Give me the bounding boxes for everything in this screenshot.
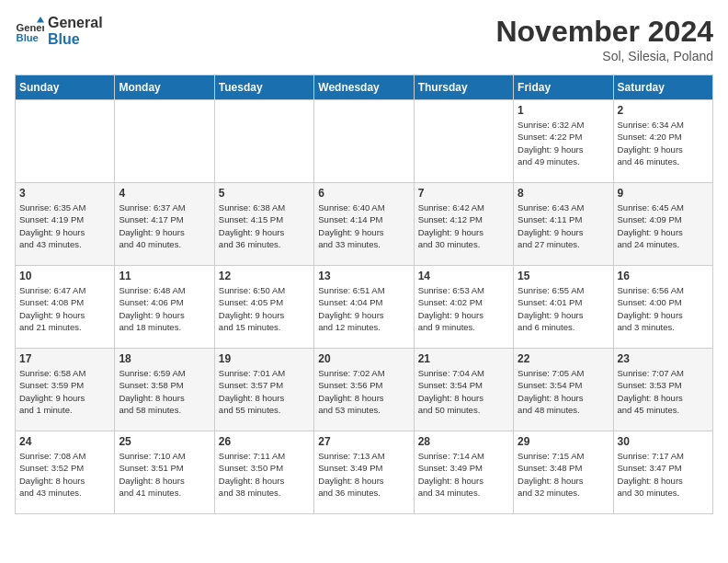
calendar-cell: 21Sunrise: 7:04 AM Sunset: 3:54 PM Dayli…: [414, 349, 513, 431]
day-number: 14: [418, 270, 509, 282]
day-number: 9: [618, 187, 709, 200]
day-info: Sunrise: 6:32 AM Sunset: 4:22 PM Dayligh…: [518, 119, 609, 167]
day-info: Sunrise: 6:43 AM Sunset: 4:11 PM Dayligh…: [518, 201, 609, 250]
title-block: November 2024 Sol, Silesia, Poland: [495, 15, 713, 63]
day-number: 24: [19, 435, 110, 448]
day-number: 22: [518, 352, 609, 365]
calendar-cell: [314, 100, 414, 183]
day-info: Sunrise: 6:47 AM Sunset: 4:08 PM Dayligh…: [19, 284, 110, 333]
calendar-cell: 9Sunrise: 6:45 AM Sunset: 4:09 PM Daylig…: [613, 183, 712, 266]
calendar-week-5: 24Sunrise: 7:08 AM Sunset: 3:52 PM Dayli…: [16, 431, 713, 514]
day-info: Sunrise: 7:07 AM Sunset: 3:53 PM Dayligh…: [618, 367, 709, 416]
calendar-cell: 1Sunrise: 6:32 AM Sunset: 4:22 PM Daylig…: [514, 100, 613, 183]
day-number: 2: [618, 104, 709, 117]
day-number: 17: [19, 352, 110, 365]
weekday-thursday: Thursday: [414, 75, 513, 100]
calendar-cell: [414, 100, 513, 183]
day-info: Sunrise: 7:02 AM Sunset: 3:56 PM Dayligh…: [318, 367, 409, 416]
day-info: Sunrise: 6:37 AM Sunset: 4:17 PM Dayligh…: [119, 201, 210, 250]
day-number: 15: [518, 270, 609, 282]
calendar-cell: 12Sunrise: 6:50 AM Sunset: 4:05 PM Dayli…: [214, 266, 313, 349]
logo-general: General: [48, 15, 103, 31]
day-number: 16: [618, 270, 709, 282]
calendar-cell: 22Sunrise: 7:05 AM Sunset: 3:54 PM Dayli…: [514, 349, 613, 431]
calendar-cell: [214, 100, 313, 183]
day-number: 26: [219, 435, 310, 448]
weekday-header-row: SundayMondayTuesdayWednesdayThursdayFrid…: [16, 75, 713, 100]
calendar-cell: 10Sunrise: 6:47 AM Sunset: 4:08 PM Dayli…: [16, 266, 115, 349]
month-title: November 2024: [495, 15, 713, 49]
calendar-cell: 8Sunrise: 6:43 AM Sunset: 4:11 PM Daylig…: [514, 183, 613, 266]
day-info: Sunrise: 6:50 AM Sunset: 4:05 PM Dayligh…: [219, 284, 310, 333]
calendar-cell: 25Sunrise: 7:10 AM Sunset: 3:51 PM Dayli…: [115, 431, 214, 514]
weekday-monday: Monday: [115, 75, 214, 100]
weekday-tuesday: Tuesday: [214, 75, 313, 100]
calendar-cell: 6Sunrise: 6:40 AM Sunset: 4:14 PM Daylig…: [314, 183, 414, 266]
location: Sol, Silesia, Poland: [495, 49, 713, 63]
day-info: Sunrise: 7:14 AM Sunset: 3:49 PM Dayligh…: [418, 450, 509, 499]
day-number: 5: [219, 187, 310, 200]
day-info: Sunrise: 7:17 AM Sunset: 3:47 PM Dayligh…: [618, 450, 709, 499]
calendar-cell: 16Sunrise: 6:56 AM Sunset: 4:00 PM Dayli…: [613, 266, 712, 349]
day-number: 20: [318, 352, 409, 365]
day-number: 12: [219, 270, 310, 282]
day-info: Sunrise: 6:45 AM Sunset: 4:09 PM Dayligh…: [618, 201, 709, 250]
calendar-cell: 11Sunrise: 6:48 AM Sunset: 4:06 PM Dayli…: [115, 266, 214, 349]
day-info: Sunrise: 7:05 AM Sunset: 3:54 PM Dayligh…: [518, 367, 609, 416]
day-info: Sunrise: 6:59 AM Sunset: 3:58 PM Dayligh…: [119, 367, 210, 416]
day-number: 29: [518, 435, 609, 448]
day-number: 28: [418, 435, 509, 448]
svg-marker-2: [37, 17, 44, 22]
day-info: Sunrise: 7:15 AM Sunset: 3:48 PM Dayligh…: [518, 450, 609, 499]
calendar-cell: 23Sunrise: 7:07 AM Sunset: 3:53 PM Dayli…: [613, 349, 712, 431]
day-info: Sunrise: 6:38 AM Sunset: 4:15 PM Dayligh…: [219, 201, 310, 250]
day-number: 13: [318, 270, 409, 282]
calendar-cell: 5Sunrise: 6:38 AM Sunset: 4:15 PM Daylig…: [214, 183, 313, 266]
calendar-cell: 28Sunrise: 7:14 AM Sunset: 3:49 PM Dayli…: [414, 431, 513, 514]
day-info: Sunrise: 7:08 AM Sunset: 3:52 PM Dayligh…: [19, 450, 110, 499]
day-info: Sunrise: 6:35 AM Sunset: 4:19 PM Dayligh…: [19, 201, 110, 250]
day-number: 6: [318, 187, 409, 200]
calendar-cell: 14Sunrise: 6:53 AM Sunset: 4:02 PM Dayli…: [414, 266, 513, 349]
day-info: Sunrise: 6:42 AM Sunset: 4:12 PM Dayligh…: [418, 201, 509, 250]
calendar-cell: 18Sunrise: 6:59 AM Sunset: 3:58 PM Dayli…: [115, 349, 214, 431]
day-number: 10: [19, 270, 110, 282]
calendar-cell: 24Sunrise: 7:08 AM Sunset: 3:52 PM Dayli…: [16, 431, 115, 514]
calendar-cell: 30Sunrise: 7:17 AM Sunset: 3:47 PM Dayli…: [613, 431, 712, 514]
day-info: Sunrise: 6:48 AM Sunset: 4:06 PM Dayligh…: [119, 284, 210, 333]
calendar-cell: [16, 100, 115, 183]
day-info: Sunrise: 7:13 AM Sunset: 3:49 PM Dayligh…: [318, 450, 409, 499]
day-number: 18: [119, 352, 210, 365]
svg-text:Blue: Blue: [17, 32, 39, 43]
day-info: Sunrise: 6:51 AM Sunset: 4:04 PM Dayligh…: [318, 284, 409, 333]
calendar-body: 1Sunrise: 6:32 AM Sunset: 4:22 PM Daylig…: [16, 100, 713, 514]
calendar-cell: 4Sunrise: 6:37 AM Sunset: 4:17 PM Daylig…: [115, 183, 214, 266]
day-number: 1: [518, 104, 609, 117]
day-number: 23: [618, 352, 709, 365]
calendar-cell: 3Sunrise: 6:35 AM Sunset: 4:19 PM Daylig…: [16, 183, 115, 266]
day-info: Sunrise: 6:58 AM Sunset: 3:59 PM Dayligh…: [19, 367, 110, 416]
logo-blue: Blue: [48, 31, 103, 48]
calendar-cell: 19Sunrise: 7:01 AM Sunset: 3:57 PM Dayli…: [214, 349, 313, 431]
weekday-wednesday: Wednesday: [314, 75, 414, 100]
calendar-cell: 15Sunrise: 6:55 AM Sunset: 4:01 PM Dayli…: [514, 266, 613, 349]
day-number: 19: [219, 352, 310, 365]
calendar-week-3: 10Sunrise: 6:47 AM Sunset: 4:08 PM Dayli…: [16, 266, 713, 349]
day-info: Sunrise: 6:55 AM Sunset: 4:01 PM Dayligh…: [518, 284, 609, 333]
day-number: 30: [618, 435, 709, 448]
calendar-cell: 7Sunrise: 6:42 AM Sunset: 4:12 PM Daylig…: [414, 183, 513, 266]
day-number: 4: [119, 187, 210, 200]
day-number: 25: [119, 435, 210, 448]
calendar-cell: 26Sunrise: 7:11 AM Sunset: 3:50 PM Dayli…: [214, 431, 313, 514]
logo: General Blue General Blue: [15, 15, 103, 47]
weekday-sunday: Sunday: [16, 75, 115, 100]
day-info: Sunrise: 6:56 AM Sunset: 4:00 PM Dayligh…: [618, 284, 709, 333]
calendar-cell: 17Sunrise: 6:58 AM Sunset: 3:59 PM Dayli…: [16, 349, 115, 431]
calendar-week-4: 17Sunrise: 6:58 AM Sunset: 3:59 PM Dayli…: [16, 349, 713, 431]
logo-icon: General Blue: [15, 17, 44, 46]
weekday-saturday: Saturday: [613, 75, 712, 100]
calendar-cell: 13Sunrise: 6:51 AM Sunset: 4:04 PM Dayli…: [314, 266, 414, 349]
day-info: Sunrise: 7:01 AM Sunset: 3:57 PM Dayligh…: [219, 367, 310, 416]
day-number: 7: [418, 187, 509, 200]
weekday-friday: Friday: [514, 75, 613, 100]
